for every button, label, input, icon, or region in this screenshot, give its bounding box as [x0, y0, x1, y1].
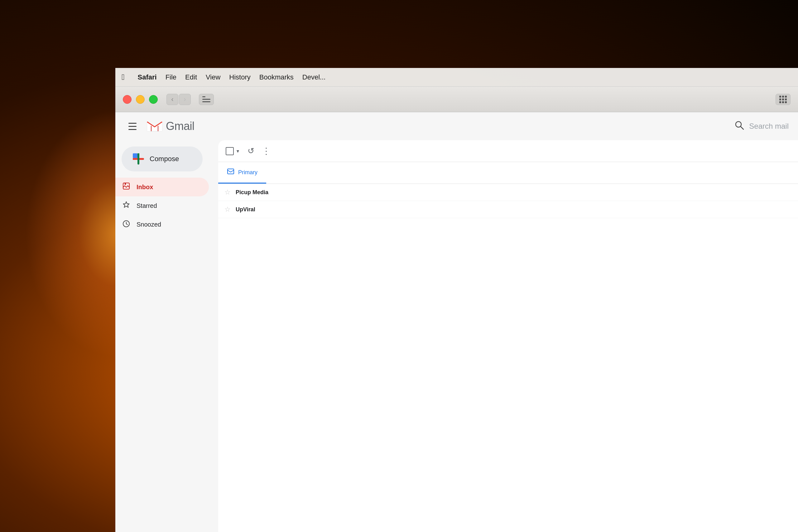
select-dropdown-icon[interactable]: ▼	[236, 149, 240, 154]
star-icon	[121, 201, 131, 211]
svg-rect-11	[137, 153, 139, 158]
grid-button[interactable]	[776, 94, 791, 105]
search-placeholder: Search mail	[749, 122, 788, 131]
minimize-button[interactable]	[136, 95, 145, 104]
gmail-main-body: Compose Inbox S	[115, 140, 798, 532]
email-category-tabs: Primary	[218, 162, 798, 184]
select-all-checkbox-wrap[interactable]: ▼	[226, 147, 240, 155]
primary-tab-icon	[227, 168, 234, 177]
hamburger-bar	[129, 123, 136, 124]
email-sender-name: Picup Media	[236, 189, 310, 196]
close-button[interactable]	[123, 95, 132, 104]
gmail-wordmark: Gmail	[166, 120, 194, 133]
sidebar-item-starred[interactable]: Starred	[115, 196, 209, 215]
svg-line-6	[741, 127, 743, 129]
develop-menu-item[interactable]: Devel...	[298, 72, 330, 82]
primary-tab[interactable]: Primary	[218, 162, 266, 184]
browser-toolbar: ‹ ›	[115, 87, 798, 112]
file-menu-item[interactable]: File	[161, 72, 181, 82]
svg-rect-1	[202, 99, 210, 100]
forward-icon: ›	[184, 95, 186, 103]
inbox-label: Inbox	[136, 184, 153, 191]
email-star-icon[interactable]: ☆	[225, 205, 231, 213]
svg-rect-9	[133, 153, 137, 158]
sidebar-item-snoozed[interactable]: Snoozed	[115, 215, 209, 234]
hamburger-bar	[129, 126, 136, 127]
compose-button[interactable]: Compose	[121, 147, 203, 171]
compose-label: Compose	[150, 155, 179, 163]
mac-menubar:  Safari File Edit View History Bookmark…	[115, 68, 798, 87]
snoozed-label: Snoozed	[136, 221, 161, 228]
svg-line-16	[126, 224, 128, 225]
sidebar-toggle-icon	[202, 96, 210, 102]
clock-icon	[121, 220, 131, 229]
grid-icon	[779, 96, 787, 103]
gmail-search-area[interactable]: Search mail	[735, 120, 788, 132]
gmail-sidebar: Compose Inbox S	[115, 140, 215, 532]
window-controls	[123, 95, 158, 104]
svg-rect-0	[202, 96, 205, 97]
apple-menu-icon[interactable]: 	[121, 72, 125, 82]
more-options-button[interactable]: ⋮	[262, 146, 271, 156]
compose-plus-icon	[133, 153, 144, 165]
gmail-header: Gmail Search mail	[115, 112, 798, 140]
navigation-arrows: ‹ ›	[167, 94, 191, 105]
hamburger-bar	[129, 129, 136, 130]
safari-menu-item[interactable]: Safari	[133, 72, 161, 82]
back-icon: ‹	[171, 95, 173, 103]
primary-tab-label: Primary	[238, 169, 258, 176]
history-menu-item[interactable]: History	[225, 72, 255, 82]
email-list-area: ▼ ↻ ⋮ Primary	[218, 140, 798, 532]
email-sender-name: UpViral	[236, 206, 310, 213]
svg-rect-13	[125, 183, 126, 185]
svg-rect-10	[133, 158, 137, 160]
email-row[interactable]: ☆ Picup Media	[218, 184, 798, 201]
svg-rect-17	[228, 169, 234, 174]
search-icon	[735, 120, 744, 132]
hamburger-menu-button[interactable]	[125, 118, 140, 134]
email-star-icon[interactable]: ☆	[225, 188, 231, 196]
gmail-logo: Gmail	[147, 120, 194, 133]
view-menu-item[interactable]: View	[202, 72, 225, 82]
maximize-button[interactable]	[149, 95, 158, 104]
refresh-button[interactable]: ↻	[247, 146, 254, 156]
starred-label: Starred	[136, 202, 157, 209]
email-list-toolbar: ▼ ↻ ⋮	[218, 140, 798, 162]
edit-menu-item[interactable]: Edit	[181, 72, 202, 82]
email-row[interactable]: ☆ UpViral	[218, 201, 798, 218]
bookmarks-menu-item[interactable]: Bookmarks	[255, 72, 298, 82]
inbox-icon	[121, 182, 131, 192]
forward-button[interactable]: ›	[179, 94, 191, 105]
laptop-frame:  Safari File Edit View History Bookmark…	[115, 0, 798, 532]
svg-rect-2	[202, 101, 210, 102]
back-button[interactable]: ‹	[167, 94, 178, 105]
sidebar-toggle-button[interactable]	[199, 94, 214, 105]
gmail-m-icon	[147, 120, 163, 132]
sidebar-item-inbox[interactable]: Inbox	[115, 178, 209, 196]
select-all-checkbox[interactable]	[226, 147, 234, 155]
